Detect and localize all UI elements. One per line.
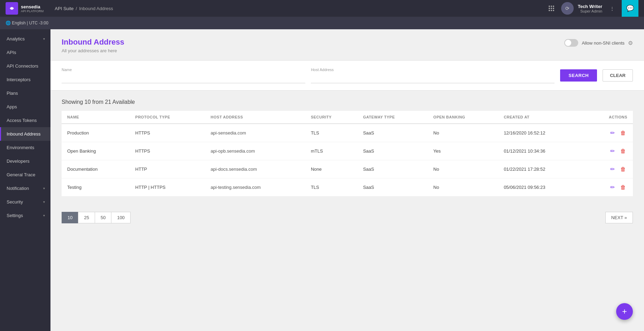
host-input[interactable] <box>311 73 555 83</box>
sidebar-item-label: APIs <box>7 50 16 55</box>
cell-open-banking: Yes <box>428 142 498 160</box>
allow-non-sni-toggle[interactable] <box>564 39 578 47</box>
chevron-down-icon: ▾ <box>43 214 45 217</box>
next-button[interactable]: NEXT » <box>605 212 633 223</box>
cell-protocol: HTTPS <box>130 142 205 160</box>
page-size-25[interactable]: 25 <box>78 212 94 223</box>
sidebar-item-general-trace[interactable]: General Trace <box>0 168 50 182</box>
col-host: HOST ADDRESS <box>205 111 305 124</box>
add-button[interactable]: + <box>616 303 633 320</box>
pagination: 10 25 50 100 NEXT » <box>50 205 644 230</box>
cell-host: api-opb.sensedia.com <box>205 142 305 160</box>
grid-icon <box>549 6 554 11</box>
cell-security: TLS <box>305 178 358 197</box>
sidebar-item-label: Plans <box>7 91 18 96</box>
name-label: Name <box>62 68 305 72</box>
sidebar-item-notification[interactable]: Notification ▾ <box>0 182 50 195</box>
sidebar-item-environments[interactable]: Environments <box>0 141 50 154</box>
name-input-wrap: Name <box>62 68 305 83</box>
app-logo: sensedia API PLATFORM <box>6 2 44 15</box>
sidebar: Analytics ▾ APIs API Connectors Intercep… <box>0 29 50 331</box>
cell-gateway: SaaS <box>358 178 428 197</box>
cell-name: Open Banking <box>62 142 130 160</box>
sidebar-item-label: General Trace <box>7 172 35 177</box>
cell-gateway: SaaS <box>358 124 428 142</box>
sidebar-item-access-tokens[interactable]: Access Tokens <box>0 114 50 127</box>
cell-open-banking: No <box>428 178 498 197</box>
name-input[interactable] <box>62 73 305 83</box>
main-layout: Analytics ▾ APIs API Connectors Intercep… <box>0 29 644 331</box>
table-row: Testing HTTP | HTTPS api-testing.sensedi… <box>62 178 633 197</box>
sidebar-item-label: Notification <box>7 186 29 191</box>
col-security: SECURITY <box>305 111 358 124</box>
host-label: Host Address <box>311 68 555 72</box>
sidebar-item-inbound-address[interactable]: Inbound Address <box>0 127 50 141</box>
sidebar-item-security[interactable]: Security ▾ <box>0 195 50 209</box>
page-header: Inbound Address All your addresses are h… <box>50 29 644 60</box>
cell-gateway: SaaS <box>358 142 428 160</box>
locale-selector[interactable]: 🌐 English | UTC -3:00 <box>6 21 48 25</box>
avatar: ⟳ <box>561 2 574 15</box>
sidebar-item-label: Access Tokens <box>7 118 37 123</box>
top-nav-left: sensedia API PLATFORM API Suite / Inboun… <box>6 2 113 15</box>
user-info: Tech Writer Super Admin <box>578 4 602 13</box>
logo-text: sensedia <box>21 4 44 9</box>
sidebar-item-label: Analytics <box>7 36 25 41</box>
page-size-10[interactable]: 10 <box>62 212 78 223</box>
table-section: Showing 10 from 21 Available NAME PROTOC… <box>50 91 644 205</box>
sidebar-item-label: API Connectors <box>7 63 38 69</box>
logo-sub: API PLATFORM <box>21 9 44 13</box>
sidebar-item-apis[interactable]: APIs <box>0 46 50 59</box>
breadcrumb-root[interactable]: API Suite <box>55 6 73 11</box>
sidebar-item-interceptors[interactable]: Interceptors <box>0 73 50 86</box>
sidebar-item-label: Apps <box>7 104 17 109</box>
cell-protocol: HTTPS <box>130 124 205 142</box>
apps-grid-button[interactable] <box>546 3 557 14</box>
sub-nav: 🌐 English | UTC -3:00 <box>0 17 644 29</box>
search-button[interactable]: SEARCH <box>560 69 597 82</box>
sidebar-item-apps[interactable]: Apps <box>0 100 50 114</box>
edit-button[interactable]: ✏ <box>609 147 616 155</box>
edit-button[interactable]: ✏ <box>609 129 616 137</box>
chat-button[interactable]: 💬 <box>622 0 638 17</box>
cell-created-at: 12/16/2020 16:52:12 <box>498 124 584 142</box>
breadcrumb-current: Inbound Address <box>79 6 113 11</box>
more-options-button[interactable]: ⋮ <box>606 3 618 14</box>
cell-actions: ✏ 🗑 <box>584 178 633 197</box>
user-role: Super Admin <box>580 9 602 13</box>
table-count: Showing 10 from 21 Available <box>62 99 633 105</box>
chevron-down-icon: ▾ <box>43 186 45 190</box>
delete-button[interactable]: 🗑 <box>619 147 627 155</box>
header-controls: Allow non-SNI clients ⚙ <box>564 39 633 47</box>
edit-button[interactable]: ✏ <box>609 183 616 191</box>
delete-button[interactable]: 🗑 <box>619 183 627 191</box>
cell-open-banking: No <box>428 160 498 178</box>
breadcrumb-separator: / <box>76 6 77 11</box>
breadcrumb: API Suite / Inbound Address <box>55 6 113 11</box>
main-content: Inbound Address All your addresses are h… <box>50 29 644 331</box>
page-subtitle: All your addresses are here <box>62 48 124 53</box>
cell-actions: ✏ 🗑 <box>584 124 633 142</box>
cell-created-at: 05/06/2021 09:56:23 <box>498 178 584 197</box>
sidebar-item-plans[interactable]: Plans <box>0 86 50 100</box>
cell-actions: ✏ 🗑 <box>584 160 633 178</box>
col-created-at: CREATED AT <box>498 111 584 124</box>
page-size-50[interactable]: 50 <box>95 212 111 223</box>
sidebar-item-label: Settings <box>7 213 23 218</box>
edit-button[interactable]: ✏ <box>609 165 616 173</box>
sidebar-item-settings[interactable]: Settings ▾ <box>0 209 50 222</box>
chevron-down-icon: ▾ <box>43 200 45 204</box>
delete-button[interactable]: 🗑 <box>619 165 627 173</box>
sidebar-item-api-connectors[interactable]: API Connectors <box>0 59 50 73</box>
cell-open-banking: No <box>428 124 498 142</box>
clear-button[interactable]: CLEAR <box>603 69 633 82</box>
delete-button[interactable]: 🗑 <box>619 129 627 137</box>
sidebar-item-developers[interactable]: Developers <box>0 154 50 168</box>
settings-icon-button[interactable]: ⚙ <box>628 40 633 46</box>
sidebar-item-analytics[interactable]: Analytics ▾ <box>0 32 50 46</box>
page-size-100[interactable]: 100 <box>111 212 131 223</box>
col-name: NAME <box>62 111 130 124</box>
sidebar-item-label: Environments <box>7 145 34 150</box>
cell-name: Documentation <box>62 160 130 178</box>
page-sizes: 10 25 50 100 <box>62 212 131 223</box>
